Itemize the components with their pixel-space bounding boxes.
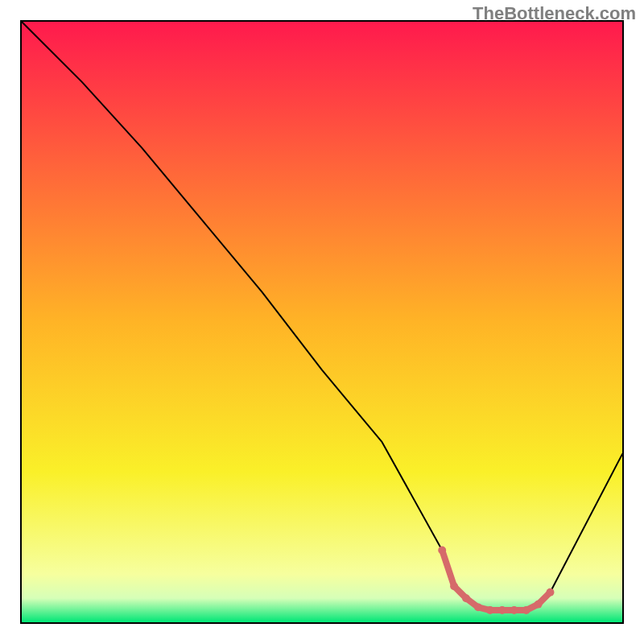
- highlight-marker: [522, 606, 530, 614]
- plot-area: [20, 20, 624, 624]
- chart-svg: [22, 22, 622, 622]
- highlight-marker: [462, 594, 470, 602]
- chart-container: TheBottleneck.com: [0, 0, 644, 644]
- gradient-background: [22, 22, 622, 622]
- watermark-text: TheBottleneck.com: [473, 3, 636, 24]
- highlight-marker: [474, 603, 482, 611]
- highlight-marker: [510, 606, 518, 614]
- highlight-marker: [450, 582, 458, 590]
- highlight-marker: [486, 606, 494, 614]
- highlight-marker: [535, 601, 543, 609]
- highlight-marker: [438, 547, 446, 555]
- highlight-marker: [498, 606, 506, 614]
- highlight-marker: [547, 588, 555, 597]
